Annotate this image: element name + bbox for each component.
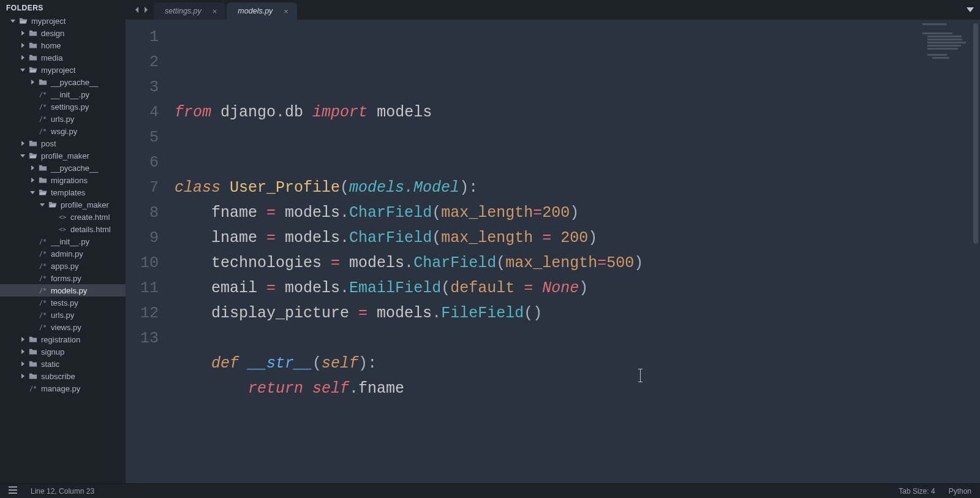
folder-icon [28,28,38,38]
chevron-right-icon[interactable] [20,373,26,379]
tree-item[interactable]: /*urls.py [0,113,126,125]
menu-icon[interactable] [9,486,17,496]
code-line[interactable]: return self.fname [175,376,916,401]
folder-tree[interactable]: myprojectdesignhomemediamyproject__pycac… [0,15,126,483]
tree-item[interactable]: design [0,27,126,39]
chevron-right-icon[interactable] [29,79,36,85]
chevron-down-icon[interactable] [10,18,16,24]
tree-item[interactable]: <>create.html [0,211,126,223]
tree-item[interactable]: /*wsgi.py [0,125,126,137]
tree-item[interactable]: /*settings.py [0,100,126,113]
chevron-right-icon[interactable] [20,30,26,36]
tree-item[interactable]: __pycache__ [0,162,126,174]
tree-item-label: home [41,41,122,50]
tree-item[interactable]: /*__init__.py [0,88,126,100]
chevron-down-icon[interactable] [20,153,26,159]
tab-back-button[interactable] [133,4,141,15]
tree-item[interactable]: profile_maker [0,198,126,211]
close-icon[interactable]: × [284,7,288,16]
code-line[interactable]: email = models.EmailField(default = None… [175,276,916,301]
tree-arrow-none [29,263,36,269]
tree-item-label: views.py [51,323,122,332]
tree-item[interactable]: /*urls.py [0,309,126,321]
tree-item[interactable]: profile_maker [0,149,126,162]
minimap[interactable] [916,20,971,483]
line-number: 5 [126,125,168,150]
svg-rect-1 [9,489,17,491]
code-line[interactable] [175,150,916,175]
status-cursor-position[interactable]: Line 12, Column 23 [31,487,94,496]
chevron-down-icon[interactable] [39,202,45,208]
tree-item[interactable]: home [0,39,126,51]
tree-item[interactable]: /*models.py [0,284,126,296]
py-icon: /* [38,273,48,283]
tree-item[interactable]: /*tests.py [0,296,126,309]
svg-rect-0 [9,486,17,488]
tree-item[interactable]: media [0,51,126,64]
svg-rect-2 [9,492,17,494]
tree-item[interactable]: templates [0,186,126,198]
close-icon[interactable]: × [213,7,217,16]
chevron-right-icon[interactable] [20,349,26,355]
status-language[interactable]: Python [949,487,971,496]
tree-item[interactable]: myproject [0,64,126,76]
tree-arrow-none [49,226,55,232]
tree-item[interactable]: migrations [0,174,126,186]
tree-item[interactable]: /*forms.py [0,272,126,284]
code-editor[interactable]: 12345678910111213 from django.db import … [126,20,980,483]
code-line[interactable] [175,326,916,351]
tree-item[interactable]: subscribe [0,370,126,382]
code-line[interactable]: from django.db import models [175,100,916,125]
chevron-right-icon[interactable] [20,42,26,48]
tree-item[interactable]: signup [0,345,126,358]
tree-item[interactable]: static [0,358,126,370]
code-line[interactable] [175,401,916,426]
line-number: 4 [126,100,168,125]
folder-open-icon [28,151,38,160]
tree-item-label: post [41,139,122,148]
chevron-right-icon[interactable] [20,361,26,367]
chevron-right-icon[interactable] [20,55,26,61]
code-line[interactable] [175,125,916,150]
code-line[interactable]: fname = models.CharField(max_length=200) [175,200,916,225]
code-line[interactable]: display_picture = models.FileField() [175,301,916,326]
status-tab-size[interactable]: Tab Size: 4 [899,487,935,496]
chevron-right-icon[interactable] [29,165,36,171]
code-line[interactable]: def __str__(self): [175,351,916,376]
tree-item[interactable]: /*__init__.py [0,235,126,247]
chevron-right-icon[interactable] [20,336,26,342]
tree-item[interactable]: /*manage.py [0,382,126,394]
tree-arrow-none [29,91,36,97]
chevron-down-icon[interactable] [20,67,26,73]
code-line[interactable]: lname = models.CharField(max_length = 20… [175,225,916,251]
line-number: 10 [126,251,168,276]
tree-arrow-none [29,312,36,318]
chevron-right-icon[interactable] [20,140,26,146]
tree-item[interactable]: /*admin.py [0,247,126,260]
file-tab[interactable]: settings.py× [154,2,225,20]
tab-overflow-button[interactable] [967,5,974,16]
tree-item-label: design [41,29,122,38]
sidebar-header: FOLDERS [0,1,126,15]
py-icon: /* [38,126,48,136]
py-icon: /* [38,249,48,258]
folder-icon [28,359,38,369]
code-content[interactable]: from django.db import models class User_… [168,20,916,483]
code-line[interactable]: technologies = models.CharField(max_leng… [175,251,916,276]
tree-item[interactable]: /*views.py [0,321,126,333]
chevron-down-icon[interactable] [29,189,36,195]
tree-item[interactable]: __pycache__ [0,76,126,88]
tree-item[interactable]: <>details.html [0,223,126,235]
code-line[interactable]: class User_Profile(models.Model): [175,175,916,200]
tree-item-label: profile_maker [61,200,122,209]
tree-item[interactable]: registration [0,333,126,345]
tree-item[interactable]: post [0,137,126,149]
folder-icon [28,334,38,344]
file-tab[interactable]: models.py× [227,2,297,20]
chevron-right-icon[interactable] [29,177,36,183]
tree-item[interactable]: myproject [0,15,126,27]
tree-item[interactable]: /*apps.py [0,260,126,272]
tab-forward-button[interactable] [141,4,150,15]
tree-item-label: models.py [51,286,122,295]
vertical-scrollbar[interactable] [971,20,980,483]
